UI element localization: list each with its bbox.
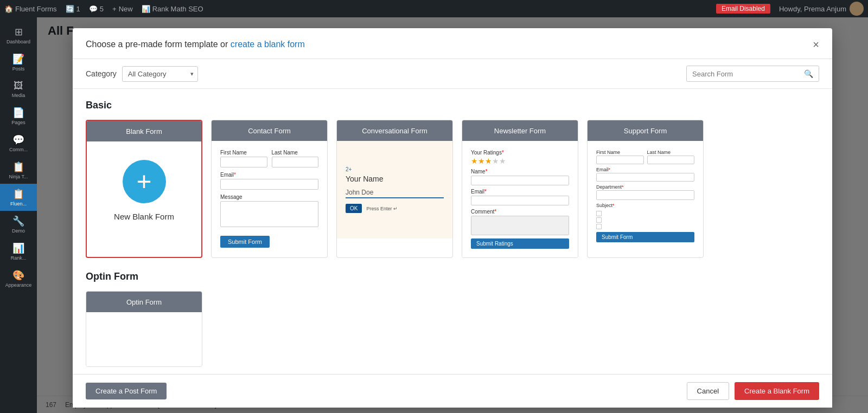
cancel-button[interactable]: Cancel [687,382,729,400]
admin-bar-left: 🏠 Fluent Forms 🔄 1 💬 5 + New 📊 Rank Math… [4,5,707,13]
blank-form-icon: + [123,160,166,203]
contact-form-header: Contact Form [212,120,327,141]
ninjat-icon: 📋 [12,161,24,173]
template-card-support[interactable]: Support Form First Name [587,120,704,258]
updates-icon: 🔄 [66,5,74,13]
sidebar-item-appearance[interactable]: 🎨 Appearance [0,265,37,292]
comments-icon: 💬 [89,5,98,13]
category-label: Category [86,69,117,78]
category-filter: Category All Category Basic Advanced Pay… [86,66,198,82]
sidebar-item-tools[interactable]: 🔧 Demo [0,211,37,238]
rank-icon: 📊 [12,242,24,254]
modal-overlay: Choose a pre-made form template or creat… [37,17,868,413]
search-box: 🔍 [686,66,819,82]
sidebar-item-comments[interactable]: 💬 Comm... [0,130,37,157]
basic-section-title: Basic [86,100,819,111]
templates-grid: Blank Form + New Blank Form [86,120,819,258]
modal-title: Choose a pre-made form template or creat… [86,40,305,49]
newsletter-form-body: Your Ratings* ★★★★★ Name* Email* Comment… [462,141,578,257]
blank-form-body: + New Blank Form [87,141,201,239]
support-form-preview: First Name Last Name [596,150,694,242]
optin-form-body [86,312,202,366]
contact-form-body: First Name Last Name [212,141,327,256]
sidebar-item-rank[interactable]: 📊 Rank... [0,238,37,265]
dashboard-icon: ⊞ [15,26,23,38]
howdy-item[interactable]: Howdy, Prema Anjum [779,2,864,16]
modal-footer: Create a Post Form Cancel Create a Blank… [73,374,832,408]
rank-math-item[interactable]: 📊 Rank Math SEO [142,5,203,13]
admin-bar: 🏠 Fluent Forms 🔄 1 💬 5 + New 📊 Rank Math… [0,0,868,17]
template-card-conversational[interactable]: Conversational Form 2+ Your Name John [336,120,453,258]
posts-icon: 📝 [12,53,24,65]
modal-dialog: Choose a pre-made form template or creat… [73,28,832,408]
comments-icon: 💬 [12,134,24,146]
appearance-icon: 🎨 [12,269,24,281]
contact-form-preview: First Name Last Name [220,150,318,248]
category-select-wrapper: All Category Basic Advanced Payment Surv… [122,66,198,82]
contact-submit-preview: Submit Form [220,236,270,248]
modal-body: Basic Blank Form + Ne [73,89,832,374]
support-form-header: Support Form [588,120,703,141]
optin-form-header: Optin Form [86,292,202,312]
sidebar-item-media[interactable]: 🖼 Media [0,76,37,102]
blank-form-label: New Blank Form [114,212,174,221]
footer-left: Create a Post Form [86,383,167,399]
sidebar-item-pages[interactable]: 📄 Pages [0,102,37,130]
rank-math-icon: 📊 [142,5,150,13]
media-icon: 🖼 [14,80,23,92]
optin-grid: Optin Form [86,291,819,367]
email-disabled-badge[interactable]: Email Disabled [716,4,770,14]
conv-form-header: Conversational Form [337,120,452,141]
create-blank-form-link[interactable]: create a blank form [231,40,305,49]
conv-input-preview: John Doe [346,188,444,198]
sidebar-item-posts[interactable]: 📝 Posts [0,49,37,76]
new-item[interactable]: + New [112,5,133,13]
sidebar-item-dashboard[interactable]: ⊞ Dashboard [0,22,37,49]
tools-icon: 🔧 [12,215,24,227]
wp-logo-icon: 🏠 [4,5,13,13]
template-card-contact[interactable]: Contact Form First Name [211,120,328,258]
search-input[interactable] [692,70,801,78]
checkbox-group [596,211,694,229]
main-content: All Forms 167 Employment application for… [37,17,868,413]
create-post-form-button[interactable]: Create a Post Form [86,383,167,399]
newsletter-submit-preview: Submit Ratings [471,238,569,249]
search-icon: 🔍 [804,69,813,78]
wp-sidebar: ⊞ Dashboard 📝 Posts 🖼 Media 📄 Pages 💬 Co… [0,17,37,413]
create-blank-form-button[interactable]: Create a Blank Form [735,382,819,400]
newsletter-form-header: Newsletter Form [462,120,578,141]
category-select[interactable]: All Category Basic Advanced Payment Surv… [122,66,198,82]
wp-layout: ⊞ Dashboard 📝 Posts 🖼 Media 📄 Pages 💬 Co… [0,17,868,413]
pages-icon: 📄 [12,107,24,119]
blank-form-header: Blank Form [87,121,201,141]
support-form-body: First Name Last Name [588,141,703,251]
sidebar-item-fluent[interactable]: 📋 Fluen... [0,184,37,211]
updates-item[interactable]: 🔄 1 [66,5,80,13]
modal-header: Choose a pre-made form template or creat… [73,28,832,59]
site-name[interactable]: 🏠 Fluent Forms [4,5,57,13]
avatar [850,2,864,16]
comments-item[interactable]: 💬 5 [89,5,104,13]
conv-ok-btn: OK [346,204,362,213]
support-submit-preview: Submit Form [596,232,694,242]
footer-right: Cancel Create a Blank Form [687,382,819,400]
plus-icon: + [112,5,117,13]
sidebar-item-ninjat[interactable]: 📋 Ninja T... [0,157,37,184]
rating-stars: ★★★★★ [471,157,569,165]
optin-section-title: Optin Form [86,271,819,282]
conv-form-preview: 2+ Your Name John Doe OK Press Enter ↵ [337,141,452,238]
conv-form-body: 2+ Your Name John Doe OK Press Enter ↵ [337,141,452,238]
template-card-blank[interactable]: Blank Form + New Blank Form [86,120,202,258]
fluent-icon: 📋 [12,188,24,200]
template-card-newsletter[interactable]: Newsletter Form Your Ratings* ★★★★★ Name… [462,120,578,258]
modal-close-button[interactable]: × [813,39,819,50]
newsletter-form-preview: Your Ratings* ★★★★★ Name* Email* Comment… [471,150,569,249]
modal-toolbar: Category All Category Basic Advanced Pay… [73,59,832,89]
template-card-optin[interactable]: Optin Form [86,291,202,367]
